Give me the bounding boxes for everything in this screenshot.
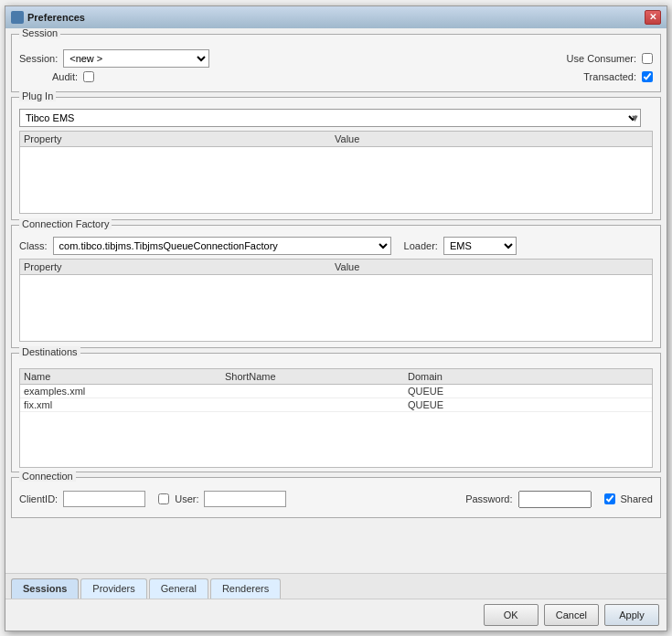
plugin-col-property: Property (24, 133, 335, 144)
session-group: Session Session: <new > Use Consumer: Au… (11, 34, 661, 92)
dest-row-0-name: examples.xml (24, 386, 225, 397)
dest-row-1-name: fix.xml (24, 399, 225, 410)
destinations-group: Destinations Name ShortName Domain examp… (11, 353, 661, 472)
plugin-select-row: Tibco EMS ▼ (19, 109, 653, 127)
session-label: Session: (19, 53, 58, 64)
session-select[interactable]: <new > (63, 49, 209, 68)
cf-loader-select[interactable]: EMS (443, 237, 517, 255)
tab-sessions[interactable]: Sessions (11, 578, 79, 599)
destinations-group-content: Name ShortName Domain examples.xml QUEUE… (12, 357, 660, 472)
tab-renderers[interactable]: Renderers (210, 578, 281, 599)
connection-group-content: ClientID: User: Password: Shared (12, 482, 660, 517)
tab-general[interactable]: General (149, 578, 208, 599)
connection-factory-group: Connection Factory Class: com.tibco.tibj… (11, 225, 661, 348)
cf-class-row: Class: com.tibco.tibjms.TibjmsQueueConne… (19, 237, 653, 255)
plugin-group: Plug In Tibco EMS ▼ Property Value (11, 97, 661, 220)
audit-label: Audit: (52, 71, 78, 82)
use-consumer-checkbox[interactable] (642, 53, 653, 64)
main-content: Session Session: <new > Use Consumer: Au… (5, 28, 667, 573)
dest-row-1-shortname (225, 399, 408, 410)
session-group-content: Session: <new > Use Consumer: Audit: Tra… (12, 38, 660, 91)
password-input[interactable] (518, 491, 592, 508)
shared-checkbox[interactable] (604, 493, 615, 504)
plugin-table: Property Value (19, 131, 653, 214)
client-id-input[interactable] (63, 491, 145, 507)
app-icon (11, 11, 24, 24)
tab-bar: Sessions Providers General Renderers (5, 573, 667, 599)
tab-providers[interactable]: Providers (80, 578, 146, 599)
audit-checkbox[interactable] (83, 71, 94, 82)
cf-table-header: Property Value (20, 260, 652, 275)
table-row[interactable]: fix.xml QUEUE (20, 398, 652, 412)
destinations-table-header: Name ShortName Domain (20, 369, 652, 385)
cf-col-value: Value (335, 261, 609, 272)
title-bar-content: Preferences (11, 11, 85, 24)
cf-class-label: Class: (19, 240, 48, 251)
cf-group-content: Class: com.tibco.tibjms.TibjmsQueueConne… (12, 229, 660, 347)
client-id-label: ClientID: (19, 493, 58, 504)
dest-row-0-domain: QUEUE (408, 386, 572, 397)
plugin-table-body (20, 147, 652, 213)
preferences-window: Preferences ✕ Session Session: <new > Us… (5, 5, 667, 631)
plugin-col-value: Value (335, 133, 609, 144)
plugin-table-header: Property Value (20, 132, 652, 147)
window-title: Preferences (27, 12, 85, 23)
transacted-checkbox[interactable] (642, 71, 653, 82)
cancel-button[interactable]: Cancel (544, 604, 599, 626)
cf-table: Property Value (19, 259, 653, 342)
password-label: Password: (465, 493, 512, 504)
cf-col-property: Property (24, 261, 335, 272)
audit-row: Audit: Transacted: (19, 71, 653, 82)
destinations-table-body: examples.xml QUEUE fix.xml QUEUE (20, 385, 652, 467)
cf-class-select[interactable]: com.tibco.tibjms.TibjmsQueueConnectionFa… (53, 237, 391, 255)
plugin-group-label: Plug In (19, 90, 56, 101)
close-button[interactable]: ✕ (645, 10, 661, 25)
user-label: User: (175, 493, 198, 504)
dest-row-1-domain: QUEUE (408, 399, 572, 410)
session-group-label: Session (19, 28, 60, 38)
cf-table-body (20, 275, 652, 341)
use-consumer-label: Use Consumer: (567, 53, 636, 64)
plugin-select[interactable]: Tibco EMS (19, 109, 641, 127)
session-row: Session: <new > Use Consumer: (19, 49, 653, 68)
dest-col-name: Name (24, 371, 225, 382)
destinations-table: Name ShortName Domain examples.xml QUEUE… (19, 368, 653, 468)
transacted-label: Transacted: (583, 71, 636, 82)
connection-group: Connection ClientID: User: Password: Sha… (11, 477, 661, 518)
bottom-bar: OK Cancel Apply (5, 599, 667, 631)
dest-row-0-shortname (225, 386, 408, 397)
connection-group-label: Connection (19, 471, 76, 482)
dest-col-shortname: ShortName (225, 371, 408, 382)
ok-button[interactable]: OK (484, 604, 539, 626)
destinations-group-label: Destinations (19, 346, 80, 357)
dest-col-domain: Domain (408, 371, 572, 382)
plugin-group-content: Tibco EMS ▼ Property Value (12, 101, 660, 219)
user-input[interactable] (204, 491, 286, 507)
user-checkbox[interactable] (158, 493, 169, 504)
cf-loader-label: Loader: (404, 240, 438, 251)
table-row[interactable]: examples.xml QUEUE (20, 385, 652, 398)
shared-label: Shared (621, 493, 653, 504)
connection-row: ClientID: User: Password: Shared (19, 491, 653, 508)
apply-button[interactable]: Apply (604, 604, 659, 626)
title-bar: Preferences ✕ (5, 6, 667, 28)
cf-group-label: Connection Factory (19, 218, 112, 229)
